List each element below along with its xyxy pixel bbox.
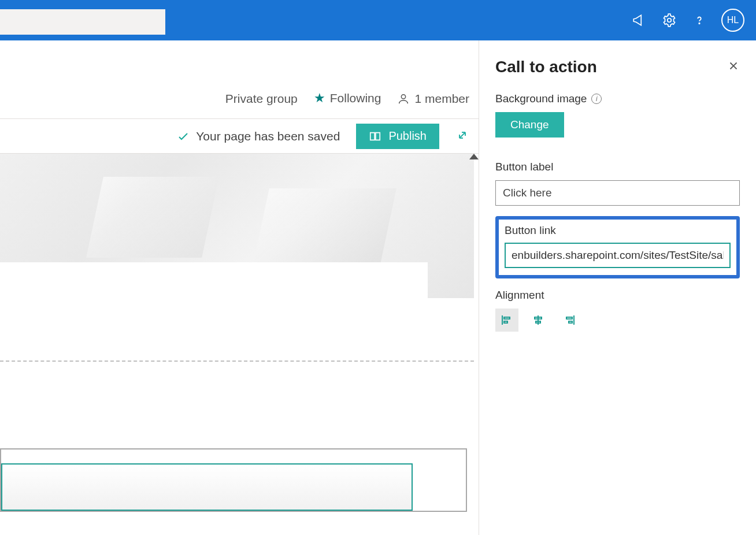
button-link-highlight: Button link [495,216,740,278]
page-canvas [0,154,479,535]
following-toggle[interactable]: ★ Following [314,91,381,106]
webpart-container[interactable] [0,448,467,512]
button-label-group: Button label [495,161,740,206]
button-label-input[interactable] [495,180,740,206]
button-link-input[interactable] [505,243,731,268]
content-overlay [0,262,428,361]
members-link[interactable]: 1 member [397,92,469,106]
align-left-icon [500,313,514,327]
book-icon [369,130,381,143]
alignment-label: Alignment [495,289,740,302]
help-icon[interactable] [691,12,707,28]
gear-icon[interactable] [661,12,677,28]
page-area: Private group ★ Following 1 member Your … [0,40,479,535]
following-label: Following [330,91,381,105]
top-bar: HL [0,0,756,40]
saved-message: Your page has been saved [196,129,340,143]
action-row: Your page has been saved Publish [0,119,479,154]
svg-rect-7 [566,317,572,319]
group-type-label: Private group [225,92,298,106]
megaphone-icon[interactable] [631,12,647,28]
info-icon[interactable]: i [591,94,602,104]
alignment-group: Alignment [495,289,740,332]
svg-rect-8 [569,321,572,323]
svg-point-1 [699,23,699,24]
svg-point-2 [402,95,406,99]
background-image-label: Background image [495,92,587,105]
section-divider [0,361,474,362]
check-icon [176,129,190,143]
top-bar-right: HL [631,9,749,32]
avatar-initials: HL [727,15,739,25]
background-image-group: Background image i Change [495,92,740,150]
button-label-label: Button label [495,161,740,173]
svg-rect-4 [504,321,507,323]
saved-status: Your page has been saved [176,129,340,143]
change-image-button[interactable]: Change [495,112,564,138]
properties-panel: Call to action Background image i Change… [479,40,756,535]
align-right-icon [562,313,576,327]
svg-rect-3 [504,317,510,319]
close-icon[interactable] [727,60,740,75]
publish-button[interactable]: Publish [356,124,439,149]
person-icon [397,92,410,105]
panel-header: Call to action [495,58,740,76]
search-input[interactable] [0,9,165,35]
webpart-selected[interactable] [1,463,413,511]
align-center-icon [531,313,545,327]
background-image-label-row: Background image i [495,92,740,105]
scroll-up-arrow[interactable] [469,154,479,159]
align-left-button[interactable] [495,309,518,332]
button-link-label: Button link [505,224,731,237]
alignment-options [495,309,740,332]
avatar[interactable]: HL [721,9,744,32]
site-info-row: Private group ★ Following 1 member [0,40,479,119]
top-bar-left [0,0,165,40]
align-right-button[interactable] [558,309,581,332]
publish-label: Publish [388,129,427,143]
panel-title: Call to action [495,58,597,76]
svg-point-0 [668,18,672,23]
star-icon: ★ [314,91,325,106]
expand-icon[interactable] [455,128,469,144]
change-label: Change [510,118,549,131]
members-label: 1 member [414,92,469,106]
align-center-button[interactable] [527,309,550,332]
